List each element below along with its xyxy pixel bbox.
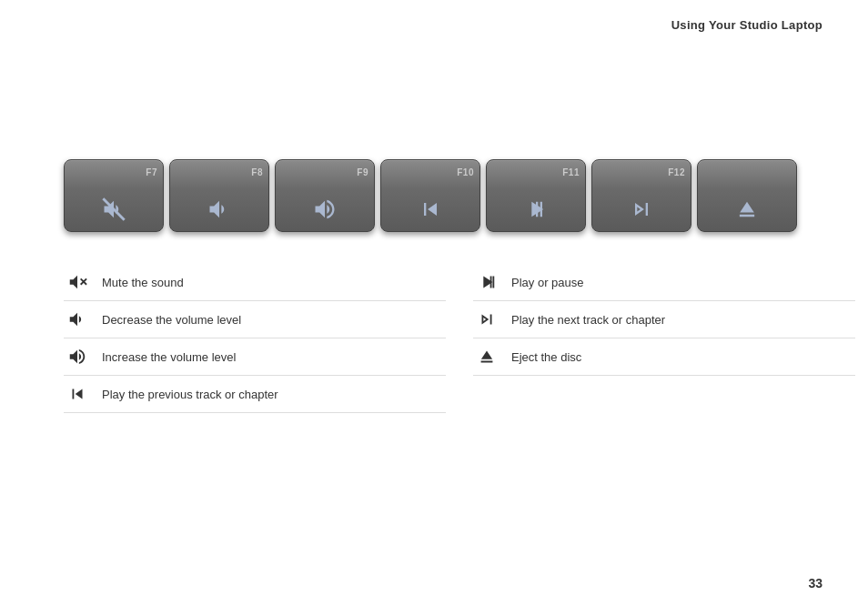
key-eject <box>697 159 797 232</box>
legend-vol-up-icon <box>64 347 91 367</box>
mute-icon <box>101 197 126 222</box>
page-number: 33 <box>808 576 823 591</box>
legend-prev-icon <box>64 384 91 404</box>
legend-prev-text: Play the previous track or chapter <box>102 388 278 401</box>
legend-vol-up-text: Increase the volume level <box>102 350 236 364</box>
key-f11: F11 <box>486 159 586 232</box>
page-header-title: Using Your Studio Laptop <box>671 18 823 32</box>
key-f8: F8 <box>169 159 269 232</box>
key-f10: F10 <box>380 159 480 232</box>
key-f8-label: F8 <box>251 167 263 177</box>
legend-play-pause-text: Play or pause <box>511 276 584 289</box>
key-f11-label: F11 <box>562 167 580 177</box>
legend-mute-text: Mute the sound <box>102 276 184 289</box>
key-f10-label: F10 <box>457 167 474 177</box>
legend-right-col: Play or pause Play the next track or cha… <box>473 264 855 413</box>
key-f7: F7 <box>64 159 164 232</box>
legend-mute-icon <box>64 272 91 292</box>
legend-prev: Play the previous track or chapter <box>64 376 446 413</box>
legend-left-col: Mute the sound Decrease the volume level… <box>64 264 446 413</box>
vol-up-icon <box>312 197 338 222</box>
legend-mute: Mute the sound <box>64 264 446 301</box>
next-icon <box>629 197 654 222</box>
legend: Mute the sound Decrease the volume level… <box>64 264 855 413</box>
legend-divider <box>446 264 473 413</box>
legend-play-pause-icon <box>473 272 500 292</box>
legend-eject-text: Eject the disc <box>511 350 581 364</box>
eject-icon <box>734 197 760 222</box>
legend-vol-down: Decrease the volume level <box>64 301 446 338</box>
keyboard-row: F7 F8 F9 F10 <box>64 159 797 232</box>
legend-next: Play the next track or chapter <box>473 301 855 338</box>
key-f9-label: F9 <box>357 167 368 177</box>
legend-vol-up: Increase the volume level <box>64 338 446 376</box>
prev-icon <box>418 197 443 222</box>
legend-vol-down-icon <box>64 309 91 329</box>
legend-eject: Eject the disc <box>473 338 855 376</box>
legend-next-text: Play the next track or chapter <box>511 313 665 327</box>
legend-vol-down-text: Decrease the volume level <box>102 313 241 327</box>
key-f12: F12 <box>591 159 691 232</box>
vol-down-icon <box>207 197 232 222</box>
key-f7-label: F7 <box>146 167 157 177</box>
key-f9: F9 <box>275 159 375 232</box>
legend-play-pause: Play or pause <box>473 264 855 301</box>
legend-next-icon <box>473 309 500 329</box>
play-pause-icon <box>523 197 549 222</box>
key-f12-label: F12 <box>668 167 685 177</box>
legend-eject-icon <box>473 347 500 367</box>
